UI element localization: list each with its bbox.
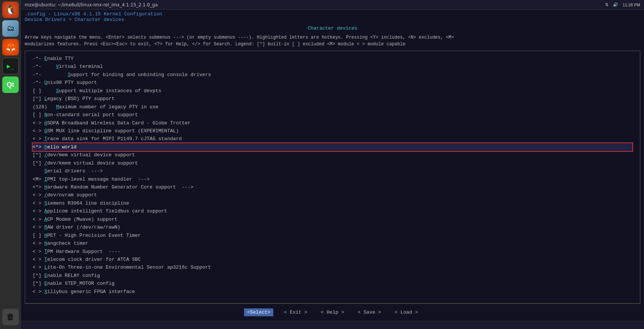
status-bar xyxy=(21,321,644,329)
sidebar: 🐧 🗂 🦊 ▶_ Qt 🗑 xyxy=(0,0,21,329)
menu-instructions: Arrow keys navigate the menu. <Enter> se… xyxy=(25,34,640,48)
menu-item[interactable]: < > Applicom intelligent fieldbus card s… xyxy=(33,207,632,215)
menu-item[interactable]: <*> Hardware Random Number Generator Cor… xyxy=(33,183,632,191)
menu-item[interactable]: < > Xillybus generic FPGA interface xyxy=(33,288,632,296)
menu-item[interactable]: < > Telecom clock driver for ATCA SBC xyxy=(33,256,632,263)
menu-item[interactable]: (128) Maximum number of legacy PTY in us… xyxy=(33,103,632,111)
menu-item[interactable]: [*] Enable STEP_MOTOR config xyxy=(33,280,632,287)
menu-item[interactable]: -*- Unix98 PTY support xyxy=(33,79,632,87)
menu-item[interactable]: [ ] Non-standard serial port support xyxy=(33,111,632,119)
instructions-line2: modularizes features. Press <Esc><Esc> t… xyxy=(25,41,640,48)
menu-item[interactable]: < > GSM MUX line discipline support (EXP… xyxy=(33,127,632,135)
network-icon: ⇅ xyxy=(605,2,608,7)
config-subtitle: Device Drivers > Character devices xyxy=(25,17,640,22)
menu-item[interactable]: [ ] HPET - High Precision Event Timer xyxy=(33,232,632,239)
bottom-buttons: <Select>< Exit >< Help >< Save >< Load > xyxy=(25,304,640,321)
menu-item[interactable]: <M> IPMI top-level message handler ---> xyxy=(33,175,632,183)
menu-item[interactable]: [*] /dev/mem virtual device support xyxy=(33,151,632,159)
titlebar: mzx@ubuntu: ~/imx6ull/linux-imx-rel_imx_… xyxy=(21,0,644,10)
config-title: .config - Linux/x86 4.1.15 Kernel Config… xyxy=(25,11,640,17)
menu-item[interactable]: [*] Enable RELAY config xyxy=(33,272,632,280)
menu-item[interactable]: [*] Legacy (BSD) PTY support xyxy=(33,95,632,103)
menu-item[interactable]: < > Trace data sink for MIPI P1149.7 cJT… xyxy=(33,135,632,143)
btn-exit[interactable]: < Exit > xyxy=(281,308,310,316)
menu-item[interactable]: [ ] Support multiple instances of devpts xyxy=(33,87,632,95)
menu-item[interactable]: < > HSDPA Broadband Wireless Data Card -… xyxy=(33,119,632,127)
config-header: .config - Linux/x86 4.1.15 Kernel Config… xyxy=(21,10,644,24)
terminal-icon[interactable]: ▶_ xyxy=(2,58,19,74)
btn-help[interactable]: < Help > xyxy=(318,308,347,316)
menuconfig-area: Character devices Arrow keys navigate th… xyxy=(21,24,644,321)
menu-item[interactable]: < > Hangcheck timer xyxy=(33,239,632,247)
qt-icon[interactable]: Qt xyxy=(2,76,19,93)
btn-load[interactable]: < Load > xyxy=(392,308,421,316)
clock: 11:28 PM xyxy=(623,3,640,7)
titlebar-left: mzx@ubuntu: ~/imx6ull/linux-imx-rel_imx_… xyxy=(25,2,158,7)
menu-item[interactable]: < > Lite-On Three-in-one Environmental S… xyxy=(33,263,632,271)
btn-select[interactable]: <Select> xyxy=(244,308,273,316)
btn-save[interactable]: < Save > xyxy=(355,308,384,316)
menu-item[interactable]: < > ACP Modem (Mwave) support xyxy=(33,215,632,223)
trash-icon[interactable]: 🗑 xyxy=(2,309,19,325)
menu-items-list: -*- Enable TTY-*- Virtual terminal-*- Su… xyxy=(33,55,632,296)
menu-item[interactable]: <*> hello world xyxy=(33,143,632,151)
menu-item[interactable]: -*- Virtual terminal xyxy=(33,63,632,70)
ubuntu-icon[interactable]: 🐧 xyxy=(2,1,19,18)
menu-item[interactable]: Serial drivers ---> xyxy=(33,167,632,175)
menu-item[interactable]: < > RAW driver (/dev/raw/rawN) xyxy=(33,223,632,231)
menu-item[interactable]: [*] /dev/kmem virtual device support xyxy=(33,159,632,167)
menu-item[interactable]: < > Siemens R3964 line discipline xyxy=(33,199,632,207)
menu-item[interactable]: -*- Enable TTY xyxy=(33,55,632,63)
menu-item[interactable]: < > TPM Hardware Support ---- xyxy=(33,248,632,256)
firefox-icon[interactable]: 🦊 xyxy=(2,39,19,55)
instructions-line1: Arrow keys navigate the menu. <Enter> se… xyxy=(25,34,640,41)
titlebar-title: mzx@ubuntu: ~/imx6ull/linux-imx-rel_imx_… xyxy=(25,2,158,7)
menu-item[interactable]: -*- Support for binding and unbinding co… xyxy=(33,71,632,79)
titlebar-right: ⇅ 🔊 11:28 PM xyxy=(605,2,640,7)
sound-icon: 🔊 xyxy=(613,2,618,7)
menu-item[interactable]: < > /dev/nvram support xyxy=(33,191,632,199)
main-area: mzx@ubuntu: ~/imx6ull/linux-imx-rel_imx_… xyxy=(21,0,644,329)
menu-title: Character devices xyxy=(25,24,640,33)
menu-content-box: -*- Enable TTY-*- Virtual terminal-*- Su… xyxy=(25,51,640,304)
files-icon[interactable]: 🗂 xyxy=(2,20,19,37)
